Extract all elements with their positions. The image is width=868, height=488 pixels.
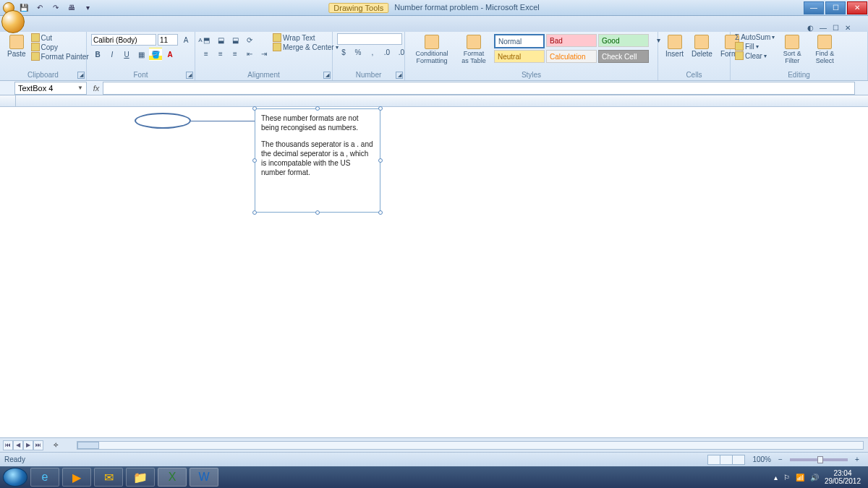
grow-font-icon[interactable]: A [179,33,192,46]
conditional-formatting-button[interactable]: Conditional Formatting [409,33,454,66]
fill-color-button[interactable]: 🪣 [149,48,162,61]
sheet-nav-next[interactable]: ▶ [23,440,33,450]
taskbar-word[interactable]: W [190,468,218,487]
fill-button[interactable]: Fill▾ [735,42,775,51]
close-button[interactable]: ✕ [847,1,867,14]
view-pagebreak-icon[interactable] [732,455,745,465]
taskbar-explorer[interactable]: 📁 [126,468,155,487]
alignment-dialog-launcher[interactable]: ◢ [323,72,331,79]
insert-cells-button[interactable]: Insert [663,33,686,59]
copy-icon [31,43,40,51]
zoom-out-icon[interactable]: − [774,453,787,466]
ribbon-tabs: ◐ — ☐ ✕ [0,16,868,32]
horizontal-scrollbar[interactable] [77,441,864,450]
wrap-text-button[interactable]: Wrap Text [273,33,339,42]
align-right-icon[interactable]: ≡ [229,47,242,60]
minimize-button[interactable]: — [804,1,824,14]
align-middle-icon[interactable]: ⬓ [214,33,227,46]
taskbar-ie[interactable]: e [30,468,59,487]
start-button[interactable] [3,468,27,487]
format-painter-button[interactable]: Format Painter [31,52,89,61]
font-name-combo[interactable] [91,34,156,46]
name-box[interactable]: TextBox 4▼ [14,82,87,95]
italic-button[interactable]: I [106,48,119,61]
group-styles: Conditional Formatting Format as Table N… [405,32,658,80]
view-layout-icon[interactable] [720,455,733,465]
number-format-combo[interactable] [337,33,402,45]
tray-network-icon[interactable]: 📶 [796,474,804,481]
worksheet-grid[interactable]: These number formats are not being recon… [0,95,868,437]
insert-icon [668,35,682,49]
new-sheet-icon[interactable]: ✧ [49,439,62,452]
help-icon[interactable]: ◐ [807,24,814,32]
sheet-nav-last[interactable]: ⏭ [33,440,43,450]
font-size-combo[interactable] [158,34,178,46]
tray-up-icon[interactable]: ▴ [774,474,778,481]
clipboard-dialog-launcher[interactable]: ◢ [77,72,85,79]
style-check-cell[interactable]: Check Cell [598,50,649,63]
formula-input[interactable] [103,82,855,95]
autosum-button[interactable]: Σ AutoSum▾ [735,33,775,41]
select-all-corner[interactable] [0,95,16,106]
zoom-in-icon[interactable]: + [851,453,864,466]
zoom-slider[interactable] [790,458,848,461]
office-button[interactable] [1,10,25,33]
print-icon[interactable]: 🖶 [65,1,78,14]
fx-icon[interactable]: fx [90,84,103,93]
delete-cells-button[interactable]: Delete [689,33,715,59]
folder-icon: 📁 [133,471,148,484]
minimize-ribbon-icon[interactable]: — [820,24,827,32]
taskbar-media[interactable]: ▶ [62,468,91,487]
border-button[interactable]: ▦ [135,48,148,61]
group-cells: Insert Delete Format Cells [658,32,731,80]
increase-decimal-icon[interactable]: .0 [380,46,393,59]
sort-filter-button[interactable]: Sort & Filter [777,33,807,66]
sheet-nav-first[interactable]: ⏮ [3,440,13,450]
decrease-indent-icon[interactable]: ⇤ [243,47,256,60]
tray-flag-icon[interactable]: ⚐ [783,474,790,481]
align-top-icon[interactable]: ⬒ [200,33,213,46]
taskbar-excel[interactable]: X [158,468,187,487]
sheet-nav-prev[interactable]: ◀ [13,440,23,450]
format-as-table-button[interactable]: Format as Table [456,33,491,66]
align-bottom-icon[interactable]: ⬓ [229,33,242,46]
undo-icon[interactable]: ↶ [33,1,46,14]
tray-volume-icon[interactable]: 🔊 [810,474,819,481]
taskbar-outlook[interactable]: ✉ [94,468,123,487]
contextual-tab-label: Drawing Tools [328,3,388,13]
close-workbook-icon[interactable]: ✕ [845,24,851,32]
font-color-button[interactable]: A [163,48,176,61]
restore-workbook-icon[interactable]: ☐ [833,24,839,32]
tray-clock[interactable]: 23:0429/05/2012 [825,469,861,485]
align-left-icon[interactable]: ≡ [200,47,213,60]
merge-center-button[interactable]: Merge & Center▾ [273,43,339,51]
wmp-icon: ▶ [72,471,81,484]
find-select-button[interactable]: Find & Select [809,33,840,66]
font-dialog-launcher[interactable]: ◢ [186,72,193,79]
textbox-shape[interactable]: These number formats are not being recon… [255,108,380,213]
clear-button[interactable]: Clear▾ [735,51,775,60]
style-normal[interactable]: Normal [494,34,545,48]
qat-more-icon[interactable]: ▾ [81,1,94,14]
percent-format-icon[interactable]: % [352,46,365,59]
view-normal-icon[interactable] [707,455,720,465]
maximize-button[interactable]: ☐ [825,1,846,14]
style-calculation[interactable]: Calculation [546,50,597,63]
redo-icon[interactable]: ↷ [49,1,62,14]
style-neutral[interactable]: Neutral [494,50,545,63]
copy-button[interactable]: Copy [31,43,89,51]
comma-format-icon[interactable]: , [366,46,379,59]
orientation-icon[interactable]: ⟳ [243,33,256,46]
number-dialog-launcher[interactable]: ◢ [396,72,403,79]
increase-indent-icon[interactable]: ⇥ [258,47,271,60]
cut-button[interactable]: Cut [31,33,89,42]
underline-button[interactable]: U [120,48,133,61]
style-bad[interactable]: Bad [546,34,597,47]
group-clipboard: Paste Cut Copy Format Painter Clipboard … [0,32,87,80]
zoom-level[interactable]: 100% [752,455,771,463]
align-center-icon[interactable]: ≡ [214,47,227,60]
style-good[interactable]: Good [598,34,649,47]
accounting-format-icon[interactable]: $ [337,46,350,59]
bold-button[interactable]: B [91,48,104,61]
paste-button[interactable]: Paste [4,33,29,59]
